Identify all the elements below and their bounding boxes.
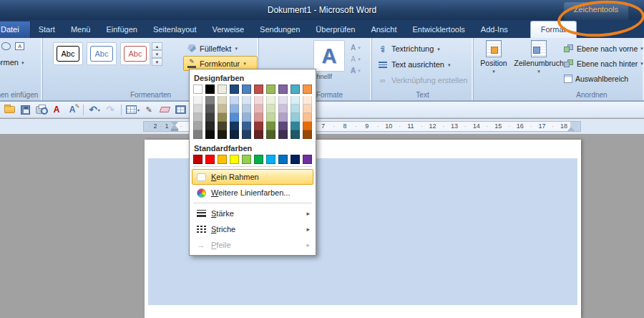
theme-variant-swatch[interactable] [303,96,312,105]
theme-color-swatch[interactable] [278,85,288,94]
theme-variant-swatch[interactable] [218,96,227,105]
standard-color-swatch[interactable] [205,155,215,164]
theme-variant-swatch[interactable] [291,105,300,113]
toolbar-save-button[interactable] [18,103,32,117]
toolbar-style-editor-button[interactable]: A✎ [65,103,79,117]
theme-variant-swatch[interactable] [254,113,263,122]
wordart-style-gallery[interactable]: A [313,40,345,72]
theme-variant-swatch[interactable] [218,130,227,139]
tab-seitenlayout[interactable]: Seitenlayout [145,21,205,38]
theme-variant-swatch[interactable] [242,130,251,139]
button-verknüpfung-erstellen[interactable]: ∞Verknüpfung erstellen [378,72,467,88]
standard-color-swatch[interactable] [278,155,288,164]
standard-color-swatch[interactable] [242,155,251,164]
theme-color-swatch[interactable] [266,85,275,94]
edit-shape-icon[interactable] [1,42,11,50]
theme-color-swatch[interactable] [242,85,251,94]
standard-color-swatch[interactable] [266,155,275,164]
standard-color-swatch[interactable] [303,155,312,164]
theme-variant-swatch[interactable] [291,113,300,122]
shape-style-item-3[interactable]: Abc [120,42,150,65]
tab-add-ins[interactable]: Add-Ins [473,21,516,38]
theme-color-swatch[interactable] [291,85,300,94]
theme-variant-swatch[interactable] [266,113,275,122]
standard-color-swatch[interactable] [230,155,239,164]
toolbar-undo-button[interactable]: ↶▾ [87,103,102,117]
toolbar-open-button[interactable] [2,103,16,117]
theme-variant-swatch[interactable] [291,130,300,139]
theme-variant-swatch[interactable] [254,96,263,105]
theme-variant-swatch[interactable] [242,96,251,105]
button-textrichtung[interactable]: abTextrichtung▾ [378,41,467,57]
toolbar-font-color-button[interactable]: A [49,103,64,117]
theme-variant-swatch[interactable] [254,105,263,113]
theme-variant-swatch[interactable] [303,122,312,130]
theme-variant-swatch[interactable] [230,130,239,139]
textbox-icon[interactable]: A [15,42,24,50]
tab-start[interactable]: Start [31,21,63,38]
standard-color-swatch[interactable] [254,155,263,164]
tab-menü[interactable]: Menü [63,21,99,38]
menu-item-weitere-linienfarben[interactable]: Weitere Linienfarben... [192,185,313,201]
theme-color-swatch[interactable] [205,85,215,94]
theme-variant-swatch[interactable] [303,113,312,122]
menu-item-pfeile[interactable]: →Pfeile▸ [192,237,313,253]
position-button[interactable]: Position ▾ [475,40,512,74]
theme-variant-swatch[interactable] [291,96,300,105]
theme-variant-swatch[interactable] [205,122,215,130]
theme-variant-swatch[interactable] [278,105,288,113]
theme-variant-swatch[interactable] [254,122,263,130]
theme-variant-swatch[interactable] [266,96,275,105]
theme-variant-swatch[interactable] [254,130,263,139]
right-indent-marker[interactable] [567,127,575,131]
theme-variant-swatch[interactable] [278,96,288,105]
theme-variant-swatch[interactable] [193,113,203,122]
theme-variant-swatch[interactable] [230,122,239,130]
toolbar-insert-table-button[interactable]: ▾ [125,103,140,117]
theme-variant-swatch[interactable] [205,113,215,122]
button-ebene-nach-hinter[interactable]: Ebene nach hinter▾ [564,56,643,71]
gallery-scroll-up-icon[interactable]: ▲ [152,42,162,50]
theme-variant-swatch[interactable] [230,96,239,105]
theme-variant-swatch[interactable] [291,122,300,130]
theme-variant-swatch[interactable] [242,113,251,122]
text-effects-button[interactable]: A ▾ [349,64,371,76]
theme-variant-swatch[interactable] [205,130,215,139]
theme-variant-swatch[interactable] [230,105,239,113]
gallery-more-icon[interactable]: ▼ [152,58,162,66]
standard-color-swatch[interactable] [291,155,300,164]
theme-variant-swatch[interactable] [242,122,251,130]
theme-variant-swatch[interactable] [230,113,239,122]
menu-item-striche[interactable]: Striche▸ [192,221,313,237]
theme-variant-swatch[interactable] [193,122,203,130]
menu-item-stärke[interactable]: Stärke▸ [192,206,313,221]
toolbar-eraser-button[interactable] [157,103,172,117]
theme-variant-swatch[interactable] [266,122,275,130]
theme-color-swatch[interactable] [193,85,203,94]
theme-variant-swatch[interactable] [193,105,203,113]
theme-variant-swatch[interactable] [218,122,227,130]
theme-variant-swatch[interactable] [266,130,275,139]
zeilenumbruch-button[interactable]: Zeilenumbruch ▾ [515,40,562,74]
button-text-ausrichten[interactable]: Text ausrichten▾ [378,57,467,72]
tab-entwicklertools[interactable]: Entwicklertools [404,21,472,38]
theme-variant-swatch[interactable] [266,105,275,113]
standard-color-swatch[interactable] [218,155,227,164]
theme-variant-swatch[interactable] [193,130,203,139]
tab-verweise[interactable]: Verweise [204,21,252,38]
theme-variant-swatch[interactable] [278,113,288,122]
tab-einfügen[interactable]: Einfügen [98,21,145,38]
tab-format[interactable]: Format [530,21,577,38]
standard-color-swatch[interactable] [193,155,203,164]
theme-color-swatch[interactable] [254,85,263,94]
tab-überprüfen[interactable]: Überprüfen [308,21,363,38]
shape-style-item-1[interactable]: Abc [53,42,83,65]
menu-item-kein-rahmen[interactable]: Kein Rahmen [192,169,313,185]
theme-variant-swatch[interactable] [205,96,215,105]
tab-ansicht[interactable]: Ansicht [363,21,404,38]
theme-variant-swatch[interactable] [278,122,288,130]
toolbar-borders-button[interactable] [173,103,187,117]
theme-variant-swatch[interactable] [218,113,227,122]
theme-variant-swatch[interactable] [303,130,312,139]
toolbar-redo-button[interactable]: ↷ [103,103,117,117]
